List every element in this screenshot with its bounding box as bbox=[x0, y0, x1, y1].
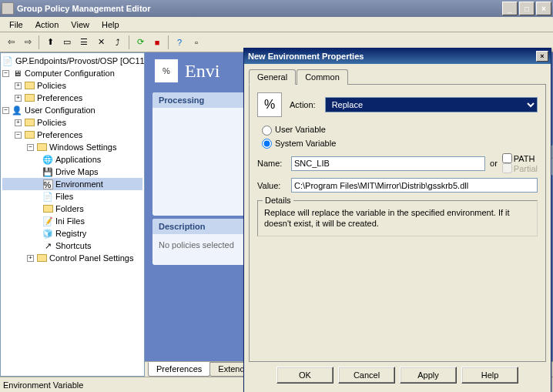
name-label: Name: bbox=[257, 159, 291, 168]
maximize-button[interactable]: □ bbox=[519, 2, 535, 15]
action-label: Action: bbox=[290, 100, 316, 109]
dialog-title: New Environment Properties bbox=[246, 52, 536, 61]
refresh-button[interactable]: ⟳ bbox=[132, 35, 148, 50]
tree-control-panel[interactable]: +Control Panel Settings bbox=[2, 252, 142, 264]
tree-cc-policies[interactable]: +Policies bbox=[2, 79, 142, 92]
percent-icon: % bbox=[257, 92, 282, 117]
radio-system-variable[interactable]: System Variable bbox=[262, 139, 336, 148]
window-titlebar: Group Policy Management Editor _ □ × bbox=[0, 0, 553, 17]
action-select[interactable]: Replace bbox=[325, 97, 538, 112]
environment-icon: % bbox=[154, 59, 179, 83]
forward-button[interactable]: ⇨ bbox=[20, 35, 35, 50]
help-button[interactable]: Help bbox=[461, 367, 518, 384]
menu-file[interactable]: File bbox=[3, 18, 29, 31]
window-title: Group Policy Management Editor bbox=[17, 4, 501, 13]
back-button[interactable]: ⇦ bbox=[3, 35, 18, 50]
tree-drive-maps[interactable]: 💾Drive Maps bbox=[2, 166, 142, 178]
app-icon bbox=[2, 2, 14, 15]
tree-ini-files[interactable]: 📝Ini Files bbox=[2, 215, 142, 227]
name-input[interactable] bbox=[291, 156, 485, 171]
page-title: Envi bbox=[185, 61, 220, 82]
tree-shortcuts[interactable]: ↗Shortcuts bbox=[2, 240, 142, 252]
tree-applications[interactable]: 🌐Applications bbox=[2, 153, 142, 166]
tab-general[interactable]: General bbox=[249, 69, 296, 85]
tab-preferences[interactable]: Preferences bbox=[148, 362, 210, 377]
tab-common[interactable]: Common bbox=[297, 69, 348, 85]
properties-button[interactable]: ☰ bbox=[76, 35, 92, 50]
ok-button[interactable]: OK bbox=[276, 367, 333, 384]
tree-environment[interactable]: %Environment bbox=[2, 178, 142, 190]
dialog-titlebar[interactable]: New Environment Properties × bbox=[244, 49, 551, 64]
menu-view[interactable]: View bbox=[65, 18, 96, 31]
tree-registry[interactable]: 🧊Registry bbox=[2, 227, 142, 240]
tree-cc-preferences[interactable]: +Preferences bbox=[2, 92, 142, 104]
tree-uc-policies[interactable]: +Policies bbox=[2, 116, 142, 129]
up-button[interactable]: ⬆ bbox=[42, 35, 58, 50]
tree-root[interactable]: 📄GP.Endpoints/Provost/OSP [OC11D bbox=[2, 55, 142, 67]
tree-folders[interactable]: Folders bbox=[2, 203, 142, 215]
apply-button[interactable]: Apply bbox=[400, 367, 457, 384]
tree-user-config[interactable]: −👤User Configuration bbox=[2, 104, 142, 116]
details-legend: Details bbox=[263, 196, 293, 205]
export-button[interactable]: ⤴ bbox=[110, 35, 126, 50]
stop-button[interactable]: ■ bbox=[149, 35, 165, 50]
menubar: File Action View Help bbox=[0, 17, 553, 32]
tree-pane: 📄GP.Endpoints/Provost/OSP [OC11D −🖥Compu… bbox=[0, 52, 145, 377]
value-input[interactable] bbox=[291, 178, 538, 193]
tree-windows-settings[interactable]: −Windows Settings bbox=[2, 141, 142, 153]
value-label: Value: bbox=[257, 181, 291, 190]
menu-help[interactable]: Help bbox=[96, 18, 126, 31]
close-button[interactable]: × bbox=[536, 2, 551, 15]
partial-checkbox: Partial bbox=[502, 163, 538, 173]
tree-computer-config[interactable]: −🖥Computer Configuration bbox=[2, 67, 142, 79]
delete-button[interactable]: ✕ bbox=[93, 35, 109, 50]
minimize-button[interactable]: _ bbox=[502, 2, 518, 15]
show-hide-button[interactable]: ▭ bbox=[59, 35, 75, 50]
radio-user-variable[interactable]: User Variable bbox=[262, 125, 326, 134]
help-icon[interactable]: ? bbox=[172, 35, 187, 50]
tree-uc-preferences[interactable]: −Preferences bbox=[2, 129, 142, 141]
cancel-button[interactable]: Cancel bbox=[338, 367, 395, 384]
properties-dialog: New Environment Properties × General Com… bbox=[243, 48, 551, 392]
tree-files[interactable]: 📄Files bbox=[2, 190, 142, 203]
path-checkbox[interactable]: PATH bbox=[502, 153, 538, 163]
options-button[interactable]: ▫ bbox=[189, 35, 204, 50]
or-label: or bbox=[490, 159, 498, 168]
dialog-close-button[interactable]: × bbox=[536, 51, 548, 62]
details-text: Replace will replace the variable in the… bbox=[264, 207, 531, 230]
details-group: Details Replace will replace the variabl… bbox=[257, 200, 538, 236]
menu-action[interactable]: Action bbox=[29, 18, 65, 31]
